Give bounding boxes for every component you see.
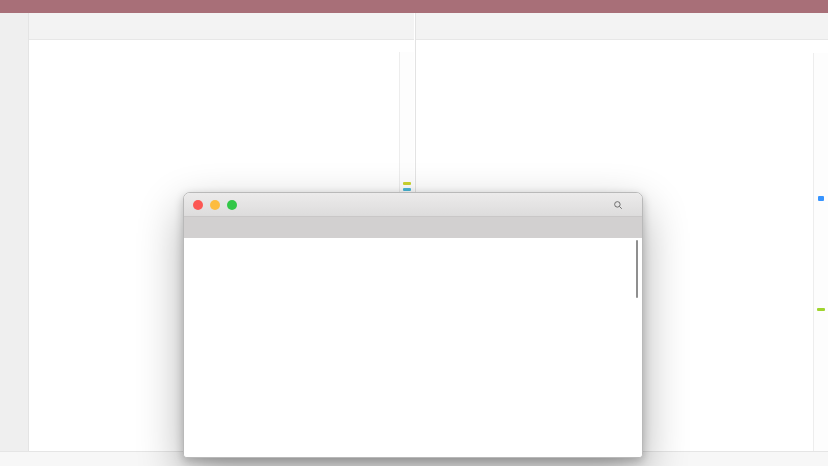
terminal-scrollbar[interactable] [636,240,638,298]
tab-bar-right [416,13,828,40]
tab-bar-left [28,13,414,40]
overview-mark [403,188,411,191]
activity-bar [0,13,29,452]
terminal-content[interactable] [184,238,642,457]
overview-mark [818,196,824,201]
scrollbar[interactable] [813,53,828,452]
terminal-window[interactable] [183,192,643,458]
search-icon[interactable] [613,196,623,214]
maximize-window-button[interactable] [227,200,237,210]
overview-mark [403,182,411,185]
terminal-tabs [184,217,642,240]
system-menubar [0,0,828,13]
minimize-window-button[interactable] [210,200,220,210]
close-window-button[interactable] [193,200,203,210]
terminal-titlebar[interactable] [184,193,642,217]
overview-mark [817,308,825,311]
breadcrumb[interactable] [416,40,828,53]
